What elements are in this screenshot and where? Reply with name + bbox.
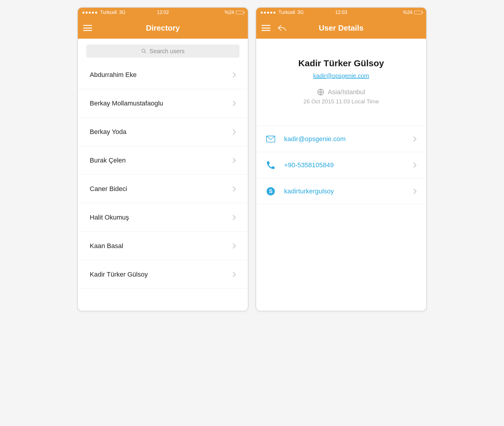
user-row-name: Berkay Yoda xyxy=(90,128,127,136)
email-icon xyxy=(266,135,276,143)
user-row-name: Burak Çelen xyxy=(90,157,126,164)
carrier-label: Turkcell xyxy=(100,10,116,15)
network-label: 3G xyxy=(119,10,125,15)
signal-dots-icon: ●●●●● xyxy=(82,10,98,15)
chevron-right-icon xyxy=(232,243,236,249)
battery-icon xyxy=(414,11,422,14)
chevron-right-icon xyxy=(232,129,236,135)
user-row[interactable]: Burak Çelen xyxy=(78,146,248,175)
contact-phone-row[interactable]: +90-5358105849 xyxy=(256,152,426,178)
chevron-right-icon xyxy=(232,186,236,192)
svg-line-1 xyxy=(144,52,146,53)
user-row-name: Abdurrahim Eke xyxy=(90,71,137,79)
search-icon xyxy=(141,48,147,54)
clock-label: 12:02 xyxy=(157,10,169,15)
user-row[interactable]: Kadir Türker Gülsoy xyxy=(78,260,248,289)
search-input[interactable]: Search users xyxy=(86,45,240,58)
contact-email-row[interactable]: kadir@opsgenie.com xyxy=(256,126,426,152)
contact-phone-value: +90-5358105849 xyxy=(284,161,405,169)
user-email-link[interactable]: kadir@opsgenie.com xyxy=(313,72,369,79)
user-row-name: Caner Bideci xyxy=(90,185,127,193)
user-list: Abdurrahim EkeBerkay MollamustafaogluBer… xyxy=(78,61,248,289)
chevron-right-icon xyxy=(232,157,236,163)
user-row[interactable]: Kaan Basal xyxy=(78,232,248,260)
chevron-right-icon xyxy=(413,162,417,168)
menu-icon[interactable] xyxy=(262,25,270,31)
user-row[interactable]: Berkay Mollamustafaoglu xyxy=(78,89,248,118)
svg-point-0 xyxy=(142,49,145,52)
svg-text:S: S xyxy=(269,188,273,194)
chevron-right-icon xyxy=(232,214,236,220)
network-label: 3G xyxy=(297,10,304,15)
chevron-right-icon xyxy=(232,100,236,106)
nav-bar: Directory xyxy=(78,17,248,39)
user-row-name: Kaan Basal xyxy=(90,242,123,250)
carrier-label: Turkcell xyxy=(278,10,295,15)
chevron-right-icon xyxy=(232,72,236,78)
user-row-name: Kadir Türker Gülsoy xyxy=(90,271,148,278)
chevron-right-icon xyxy=(413,188,417,194)
user-row-name: Berkay Mollamustafaoglu xyxy=(90,100,163,107)
contact-skype-row[interactable]: S kadirturkergulsoy xyxy=(256,178,426,204)
clock-label: 12:03 xyxy=(335,10,347,15)
user-row[interactable]: Abdurrahim Eke xyxy=(78,61,248,89)
directory-screen: ●●●●● Turkcell 3G 12:02 %24 Directory Se… xyxy=(77,7,248,311)
nav-bar: User Details xyxy=(256,17,426,39)
chevron-right-icon xyxy=(232,272,236,277)
phone-icon xyxy=(266,161,276,170)
globe-icon xyxy=(317,89,324,96)
user-row[interactable]: Berkay Yoda xyxy=(78,118,248,146)
local-time-label: 26 Oct 2015 11:03 Local Time xyxy=(262,98,420,105)
signal-dots-icon: ●●●●● xyxy=(260,10,276,15)
chevron-right-icon xyxy=(413,136,417,142)
battery-percent-label: %24 xyxy=(225,10,234,15)
timezone-label: Asia/Istanbul xyxy=(328,88,365,96)
skype-icon: S xyxy=(266,187,276,196)
back-icon[interactable] xyxy=(277,24,287,32)
user-row[interactable]: Halit Okumuş xyxy=(78,203,248,232)
search-placeholder: Search users xyxy=(149,48,185,55)
contact-skype-value: kadirturkergulsoy xyxy=(284,187,405,195)
menu-icon[interactable] xyxy=(83,25,92,31)
contact-email-value: kadir@opsgenie.com xyxy=(284,135,405,143)
status-bar: ●●●●● Turkcell 3G 12:02 %24 xyxy=(78,8,248,17)
battery-percent-label: %24 xyxy=(403,10,412,15)
battery-icon xyxy=(236,11,244,14)
user-row[interactable]: Caner Bideci xyxy=(78,175,248,203)
user-row-name: Halit Okumuş xyxy=(90,214,129,221)
user-details-screen: ●●●●● Turkcell 3G 12:03 %24 User Details… xyxy=(256,7,427,311)
status-bar: ●●●●● Turkcell 3G 12:03 %24 xyxy=(256,8,426,17)
user-name: Kadir Türker Gülsoy xyxy=(262,58,420,68)
